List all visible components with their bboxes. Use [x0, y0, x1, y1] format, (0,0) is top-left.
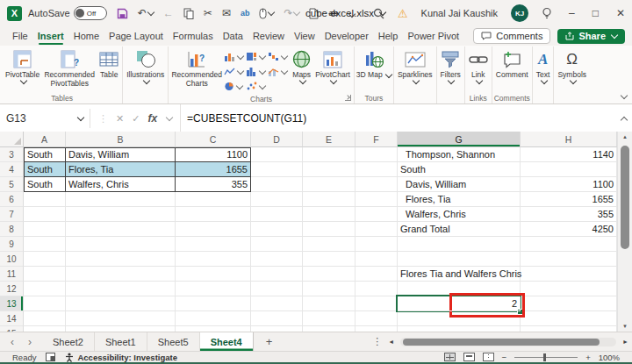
maximize-button[interactable]: □ [592, 7, 599, 19]
accessibility-status[interactable]: Accessibility: Investigate [65, 353, 177, 362]
cell-H5[interactable]: 1100 [521, 177, 617, 192]
vertical-scrollbar[interactable]: ▲ ▼ [617, 132, 632, 332]
user-name[interactable]: Kunal Jai Kaushik [421, 8, 498, 18]
link-button[interactable]: Link [467, 47, 490, 84]
filters-button[interactable]: Filters [439, 47, 463, 84]
document-title[interactable]: cube excel.xlsx [305, 0, 385, 26]
row-header-3[interactable]: 3 [0, 147, 24, 162]
select-all-corner[interactable] [0, 132, 24, 147]
row-header-13[interactable]: 13 [0, 296, 24, 311]
cell-B6[interactable] [66, 192, 176, 207]
cell-F8[interactable] [356, 222, 398, 237]
cell-D12[interactable] [251, 282, 303, 296]
row-header-6[interactable]: 6 [0, 192, 24, 207]
cell-A12[interactable] [24, 282, 66, 296]
ribbon-tab-help[interactable]: Help [378, 31, 399, 41]
cell-D7[interactable] [251, 207, 303, 222]
cell-A4[interactable]: South [24, 162, 66, 177]
formula-bar-expand-icon[interactable] [614, 104, 632, 132]
cell-H9[interactable] [521, 237, 617, 252]
row-header-14[interactable]: 14 [0, 311, 24, 326]
cell-A8[interactable] [24, 222, 66, 237]
scroll-left-icon[interactable]: ◄ [388, 339, 394, 345]
cell-G13[interactable]: 2 [398, 296, 521, 311]
ribbon-tab-developer[interactable]: Developer [325, 31, 369, 41]
pivottable-button[interactable]: PivotTable [4, 47, 41, 84]
cell-C10[interactable] [176, 252, 251, 267]
3d-map-button[interactable]: 3D Map [356, 47, 391, 81]
horizontal-scrollbar-thumb[interactable] [403, 339, 600, 346]
cell-B11[interactable] [66, 267, 176, 282]
cell-H7[interactable]: 355 [521, 207, 617, 222]
text-button[interactable]: A Text [535, 47, 552, 84]
illustrations-button[interactable]: Illustrations [125, 47, 166, 84]
ribbon-tab-home[interactable]: Home [74, 31, 99, 41]
confirm-entry-icon[interactable]: ✓ [132, 113, 140, 125]
row-header-5[interactable]: 5 [0, 177, 24, 192]
cell-E13[interactable] [303, 296, 356, 311]
row-header-8[interactable]: 8 [0, 222, 24, 237]
lightbulb-icon[interactable] [542, 7, 552, 19]
zoom-slider[interactable] [514, 357, 578, 358]
cell-D8[interactable] [251, 222, 303, 237]
cell-G6[interactable]: Flores, Tia [398, 192, 521, 207]
insert-function-icon[interactable]: fx [147, 112, 157, 125]
cell-H12[interactable] [521, 282, 617, 296]
zoom-in-button[interactable]: + [585, 353, 591, 362]
cell-E10[interactable] [303, 252, 356, 267]
cell-E8[interactable] [303, 222, 356, 237]
cell-A6[interactable] [24, 192, 66, 207]
cell-D6[interactable] [251, 192, 303, 207]
cell-F5[interactable] [356, 177, 398, 192]
cell-B13[interactable] [66, 296, 176, 311]
scroll-right-icon[interactable]: ► [622, 339, 628, 345]
horizontal-scrollbar[interactable] [400, 338, 616, 346]
ribbon-tab-file[interactable]: File [12, 31, 28, 41]
charts-dialog-launcher-icon[interactable] [345, 95, 351, 101]
cell-H4[interactable] [521, 162, 617, 177]
close-button[interactable]: ✕ [616, 7, 625, 19]
copy-icon[interactable] [183, 8, 194, 19]
cell-C12[interactable] [176, 282, 251, 296]
table-button[interactable]: Table [97, 47, 120, 81]
recommended-charts-button[interactable]: ? Recommended Charts [170, 47, 223, 89]
cell-H11[interactable] [521, 267, 617, 282]
recommended-pivottables-button[interactable]: ? Recommended PivotTables [42, 47, 97, 89]
sparklines-button[interactable]: Sparklines [396, 47, 434, 84]
cell-H10[interactable] [521, 252, 617, 267]
collapse-ribbon-icon[interactable] [620, 86, 627, 102]
ribbon-tab-review[interactable]: Review [253, 31, 284, 41]
cell-B4[interactable]: Flores, Tia [66, 162, 176, 177]
cell-B9[interactable] [66, 237, 176, 252]
ribbon-tab-data[interactable]: Data [223, 31, 243, 41]
cell-H13[interactable] [521, 296, 617, 311]
name-box[interactable]: G13 [0, 104, 90, 132]
cell-E7[interactable] [303, 207, 356, 222]
cell-G9[interactable] [398, 237, 521, 252]
cell-F7[interactable] [356, 207, 398, 222]
cell-A5[interactable]: South [24, 177, 66, 192]
cell-D14[interactable] [251, 311, 303, 326]
column-header-D[interactable]: D [251, 132, 303, 147]
cell-D13[interactable] [251, 296, 303, 311]
zoom-level[interactable]: 100% [599, 353, 620, 362]
scroll-up-icon[interactable]: ▲ [618, 134, 632, 139]
symbols-button[interactable]: Ω Symbols [556, 47, 588, 84]
cell-C11[interactable] [176, 267, 251, 282]
undo-icon[interactable]: ↶ [138, 8, 154, 18]
cell-B14[interactable] [66, 311, 176, 326]
cell-C6[interactable] [176, 192, 251, 207]
cell-D10[interactable] [251, 252, 303, 267]
cell-D5[interactable] [251, 177, 303, 192]
pivotchart-button[interactable]: PivotChart [313, 47, 352, 84]
combo-chart-icon[interactable] [268, 67, 287, 76]
cell-F6[interactable] [356, 192, 398, 207]
page-layout-view-button[interactable] [463, 353, 475, 361]
histogram-chart-icon[interactable] [246, 67, 265, 76]
row-header-9[interactable]: 9 [0, 237, 24, 252]
cell-A11[interactable] [24, 267, 66, 282]
cell-E6[interactable] [303, 192, 356, 207]
sheet-nav-left-icon[interactable]: ‹ [11, 336, 14, 348]
comment-button[interactable]: Comment [494, 47, 530, 81]
cell-E9[interactable] [303, 237, 356, 252]
